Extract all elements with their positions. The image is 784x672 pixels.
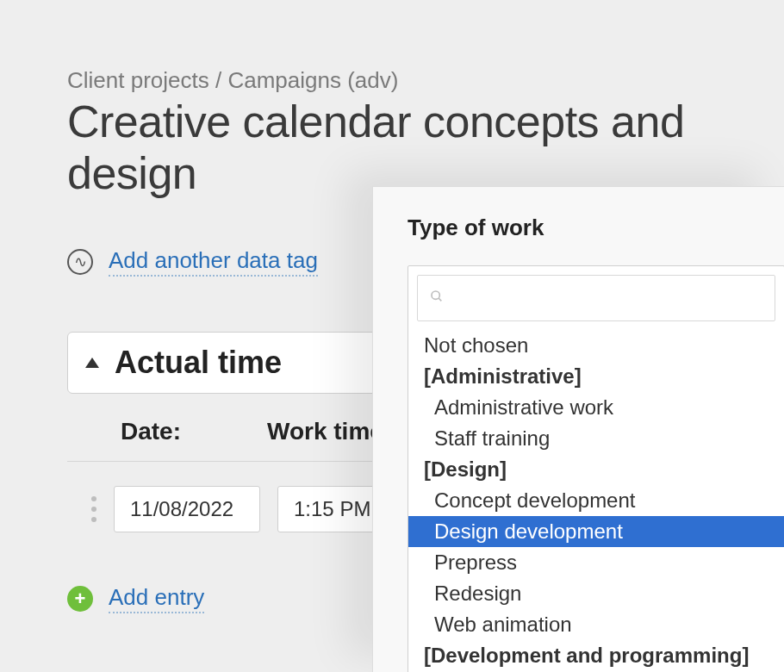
svg-point-0 xyxy=(432,291,439,299)
add-entry-link[interactable]: Add entry xyxy=(109,584,204,613)
section-title: Actual time xyxy=(115,345,282,381)
type-of-work-popover: Type of work Not chosen [Administrative]… xyxy=(372,186,784,672)
option-group-administrative[interactable]: [Administrative] xyxy=(408,361,784,392)
column-work-time: Work time xyxy=(267,418,383,445)
option-group-development[interactable]: [Development and programming] xyxy=(408,640,784,671)
tag-icon: ∿ xyxy=(67,249,93,275)
date-field[interactable]: 11/08/2022 xyxy=(114,486,260,532)
add-tag-link[interactable]: Add another data tag xyxy=(109,247,318,277)
option-web-animation[interactable]: Web animation xyxy=(408,609,784,640)
type-of-work-dropdown: Not chosen [Administrative] Administrati… xyxy=(408,265,784,672)
search-icon xyxy=(430,289,444,308)
option-redesign[interactable]: Redesign xyxy=(408,578,784,609)
option-administrative-work[interactable]: Administrative work xyxy=(408,392,784,423)
option-not-chosen[interactable]: Not chosen xyxy=(408,330,784,361)
option-staff-training[interactable]: Staff training xyxy=(408,423,784,454)
option-group-design[interactable]: [Design] xyxy=(408,454,784,485)
page-title: Creative calendar concepts and design xyxy=(67,96,784,199)
option-prepress[interactable]: Prepress xyxy=(408,547,784,578)
drag-handle-icon[interactable] xyxy=(91,496,96,522)
plus-icon[interactable]: + xyxy=(67,586,93,612)
column-date: Date: xyxy=(121,418,181,445)
popover-title: Type of work xyxy=(408,215,784,241)
collapse-icon xyxy=(85,358,99,368)
breadcrumb[interactable]: Client projects / Campaigns (adv) xyxy=(67,67,784,94)
dropdown-search[interactable] xyxy=(417,275,775,321)
option-design-development[interactable]: Design development xyxy=(408,516,784,547)
svg-line-1 xyxy=(439,298,441,301)
option-concept-development[interactable]: Concept development xyxy=(408,485,784,516)
option-list: Not chosen [Administrative] Administrati… xyxy=(408,325,784,672)
